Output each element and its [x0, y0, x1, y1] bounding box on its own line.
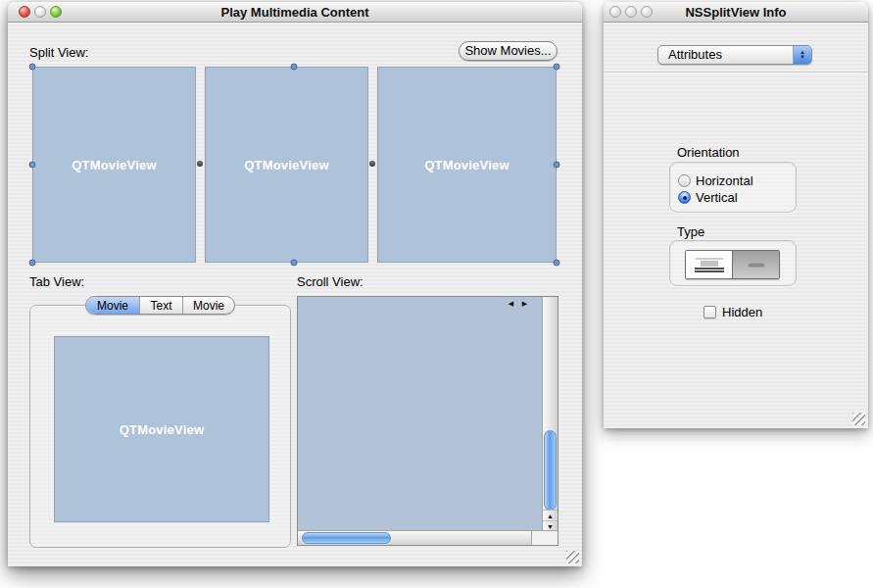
- main-window-title: Play Multimedia Content: [8, 2, 582, 23]
- tab-text-label: Text: [150, 299, 171, 313]
- scroll-view-label: Scroll View:: [297, 274, 364, 290]
- selection-handle[interactable]: [554, 162, 560, 169]
- selection-handle[interactable]: [554, 64, 560, 71]
- hidden-checkbox[interactable]: [703, 306, 716, 318]
- horizontal-scrollbar[interactable]: [298, 530, 542, 545]
- qtmovieview-1-label: QTMovieView: [72, 158, 156, 172]
- qtmovieview-tab-content[interactable]: QTMovieView: [54, 336, 269, 522]
- radio-vertical-label[interactable]: Vertical: [696, 190, 738, 205]
- type-pane-splitter-segment[interactable]: [686, 251, 733, 278]
- tab-view-label: Tab View:: [29, 274, 84, 290]
- attributes-popup-value: Attributes: [668, 46, 722, 64]
- inspector-content: Attributes ▲ ▼ Orientation Horizontal Ve…: [604, 23, 868, 428]
- nssplitview-info-window: NSSplitView Info Attributes ▲ ▼ Orientat…: [604, 2, 868, 428]
- qtmovieview-panel-3[interactable]: QTMovieView: [377, 67, 557, 263]
- tab-strip: Movie Text Movie: [85, 296, 235, 315]
- split-view: QTMovieView QTMovieView QTMovieView: [32, 67, 557, 263]
- type-label: Type: [677, 224, 704, 239]
- hidden-checkbox-label[interactable]: Hidden: [722, 305, 762, 319]
- popup-down-arrow-icon: ▼: [800, 55, 805, 60]
- vertical-scrollbar[interactable]: ▲ ▼: [542, 297, 558, 531]
- popup-arrows-icon: ▲ ▼: [793, 46, 811, 64]
- radio-row-horizontal[interactable]: Horizontal: [678, 173, 753, 187]
- desktop: Play Multimedia Content Split View: Show…: [0, 0, 873, 588]
- tab-movie-1[interactable]: Movie: [86, 297, 140, 314]
- scroll-up-arrow-icon[interactable]: ▲: [543, 510, 558, 520]
- scroll-view: ▲ ▼ ◀ ▶: [297, 296, 558, 546]
- pane-splitter-thick-icon: [692, 254, 727, 275]
- qtmovieview-panel-2[interactable]: QTMovieView: [205, 67, 368, 263]
- play-multimedia-window: Play Multimedia Content Split View: Show…: [8, 2, 582, 566]
- split-view-label: Split View:: [29, 45, 88, 61]
- scrollbar-corner: [531, 530, 558, 545]
- tab-movie-2-label: Movie: [193, 299, 224, 313]
- divider-dimple-icon: [197, 161, 203, 167]
- qtmovieview-panel-1[interactable]: QTMovieView: [32, 67, 196, 263]
- selection-handle[interactable]: [29, 260, 36, 267]
- split-divider-2[interactable]: [368, 67, 377, 263]
- selection-handle[interactable]: [29, 162, 36, 169]
- divider-dimple-icon: [369, 161, 375, 167]
- type-group-box: [669, 240, 797, 286]
- vertical-scrollbar-thumb[interactable]: [544, 430, 557, 511]
- scroll-right-arrow-icon[interactable]: ▶: [517, 297, 531, 311]
- inspector-title: NSSplitView Info: [604, 2, 868, 23]
- vertical-scrollbar-arrows: ▲ ▼: [543, 510, 558, 531]
- selection-handle[interactable]: [554, 260, 560, 267]
- radio-row-vertical[interactable]: Vertical: [678, 190, 738, 204]
- hidden-checkbox-row[interactable]: Hidden: [703, 305, 762, 319]
- resize-grip[interactable]: [852, 413, 865, 425]
- scroll-left-arrow-icon[interactable]: ◀: [504, 297, 517, 311]
- split-divider-1[interactable]: [196, 67, 205, 263]
- selection-handle[interactable]: [291, 260, 298, 267]
- selection-handle[interactable]: [29, 64, 36, 71]
- horizontal-scrollbar-thumb[interactable]: [302, 532, 391, 544]
- radio-vertical[interactable]: [678, 191, 691, 204]
- main-window-content: Split View: Show Movies... QTMovieView Q…: [8, 23, 582, 566]
- horizontal-scrollbar-arrows: ◀ ▶: [504, 297, 531, 311]
- scroll-view-content[interactable]: [298, 297, 542, 531]
- inspector-titlebar[interactable]: NSSplitView Info: [604, 2, 868, 23]
- selection-handle[interactable]: [291, 64, 298, 71]
- qtmovieview-tab-label: QTMovieView: [120, 422, 204, 437]
- tab-movie-2[interactable]: Movie: [183, 297, 234, 314]
- orientation-group-box: Horizontal Vertical: [669, 162, 797, 213]
- tab-text[interactable]: Text: [140, 297, 183, 314]
- type-segmented-control: [685, 250, 780, 279]
- thin-divider-icon: [739, 254, 774, 275]
- qtmovieview-3-label: QTMovieView: [424, 158, 509, 172]
- resize-grip[interactable]: [566, 551, 579, 564]
- main-window-titlebar[interactable]: Play Multimedia Content: [8, 2, 582, 23]
- qtmovieview-2-label: QTMovieView: [244, 158, 328, 172]
- radio-horizontal[interactable]: [678, 174, 691, 187]
- separator: [604, 72, 868, 74]
- orientation-label: Orientation: [677, 145, 740, 160]
- type-thin-divider-segment[interactable]: [733, 251, 779, 278]
- attributes-popup[interactable]: Attributes ▲ ▼: [657, 45, 812, 65]
- radio-horizontal-label[interactable]: Horizontal: [696, 173, 753, 188]
- tab-movie-1-label: Movie: [97, 299, 128, 313]
- show-movies-button[interactable]: Show Movies...: [459, 41, 558, 61]
